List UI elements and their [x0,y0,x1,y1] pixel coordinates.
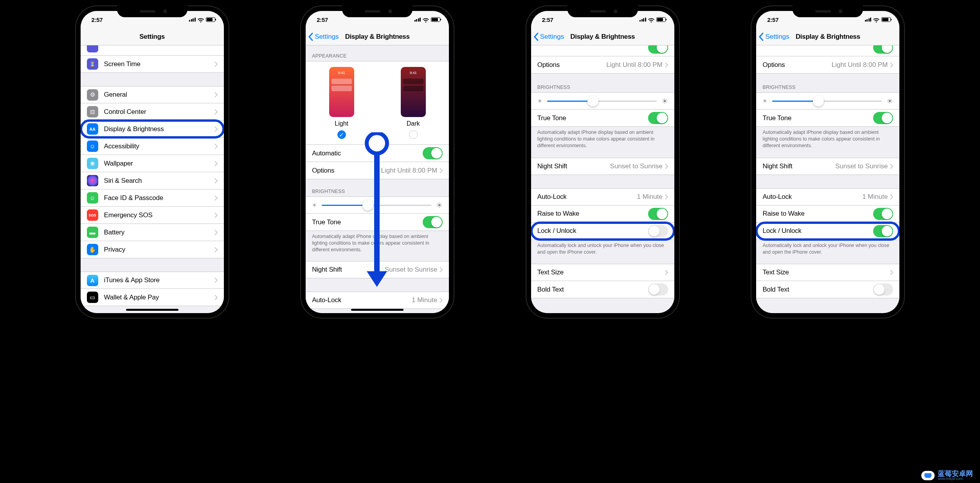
lock-unlock-row[interactable]: Lock / Unlock [531,223,674,240]
settings-row-siri[interactable]: Siri & Search [81,172,224,189]
text-size-row[interactable]: Text Size [531,264,674,281]
chevron-right-icon [214,126,218,132]
automatic-toggle[interactable] [648,45,668,54]
automatic-row-partial[interactable] [756,45,899,56]
auto-lock-row[interactable]: Auto-Lock 1 Minute [756,188,899,205]
raise-to-wake-toggle[interactable] [648,208,668,220]
back-label: Settings [315,33,339,41]
true-tone-toggle[interactable] [873,112,893,124]
settings-row-wallet[interactable]: ▭ Wallet & Apple Pay [81,289,224,306]
options-row[interactable]: Options Light Until 8:00 PM [306,162,449,179]
brightness-slider[interactable] [547,96,657,106]
back-button[interactable]: Settings [758,32,789,41]
phone-display-lock-off: 2:57 Settings Display & Brightness Optio… [526,5,680,319]
sun-large-icon: ☀︎ [886,97,893,106]
settings-row-battery[interactable]: ▬ Battery [81,224,224,241]
true-tone-toggle[interactable] [648,112,668,124]
wifi-icon [873,17,879,22]
bold-text-row[interactable]: Bold Text [531,281,674,298]
auto-lock-row[interactable]: Auto-Lock 1 Minute [531,188,674,205]
true-tone-row[interactable]: True Tone [306,214,449,231]
appearance-light-option[interactable]: 9:41 Light ✓ [329,67,354,139]
row-label: Accessibility [104,142,214,150]
status-icons [865,17,891,22]
settings-row-control-center[interactable]: ⊟ Control Center [81,103,224,121]
lock-unlock-toggle[interactable] [648,225,668,237]
settings-row-itunes[interactable]: A iTunes & App Store [81,272,224,289]
signal-icon [865,18,872,22]
options-row[interactable]: Options Light Until 8:00 PM [756,56,899,74]
display-content-scrolled[interactable]: Options Light Until 8:00 PM BRIGHTNESS ☀… [756,45,899,313]
row-value: 1 Minute [637,193,663,201]
sun-small-icon: ☀︎ [537,98,542,104]
wallet-icon: ▭ [87,292,98,303]
appearance-dark-option[interactable]: 9:41 Dark [401,67,426,139]
status-icons [189,17,215,22]
wifi-icon [198,17,204,22]
signal-icon [640,18,646,22]
hourglass-icon: ⏳ [87,58,98,70]
text-size-row[interactable]: Text Size [756,264,899,281]
automatic-toggle[interactable] [423,147,443,159]
toggles-icon: ⊟ [87,106,98,117]
row-label: Options [762,61,831,69]
automatic-row-partial[interactable] [531,45,674,56]
display-content[interactable]: APPEARANCE 9:41 Light ✓ 9:41 Dark Automa… [306,45,449,313]
bold-text-toggle[interactable] [648,283,668,296]
automatic-toggle[interactable] [873,45,893,54]
settings-row-partial[interactable] [81,45,224,56]
settings-list[interactable]: ⏳ Screen Time ⚙ General ⊟ Control Center… [81,45,224,313]
row-value: Light Until 8:00 PM [381,167,438,175]
automatic-row[interactable]: Automatic [306,145,449,162]
page-title: Display & Brightness [796,33,860,41]
row-label: Emergency SOS [104,211,214,219]
settings-row-face-id[interactable]: ☺ Face ID & Passcode [81,189,224,207]
row-label: General [104,91,214,99]
lock-unlock-toggle[interactable] [873,225,893,237]
options-row[interactable]: Options Light Until 8:00 PM [531,56,674,74]
back-button[interactable]: Settings [533,32,564,41]
true-tone-row[interactable]: True Tone [531,110,674,127]
night-shift-row[interactable]: Night Shift Sunset to Sunrise [306,261,449,278]
status-icons [640,17,666,22]
raise-to-wake-row[interactable]: Raise to Wake [531,205,674,223]
brightness-slider[interactable] [772,96,882,106]
chevron-right-icon [214,178,218,184]
home-indicator[interactable] [126,309,178,311]
row-label: Options [312,167,381,175]
chevron-right-icon [214,92,218,97]
true-tone-toggle[interactable] [423,216,443,228]
back-button[interactable]: Settings [308,32,339,41]
home-indicator[interactable] [351,309,404,311]
chevron-right-icon [440,168,443,173]
lock-unlock-row[interactable]: Lock / Unlock [756,223,899,240]
night-shift-row[interactable]: Night Shift Sunset to Sunrise [531,158,674,175]
display-content-scrolled[interactable]: Options Light Until 8:00 PM BRIGHTNESS ☀… [531,45,674,313]
row-label: Raise to Wake [537,210,648,218]
settings-row-screen-time[interactable]: ⏳ Screen Time [81,56,224,73]
watermark-logo-icon [921,471,935,480]
brightness-slider[interactable] [322,200,431,211]
wifi-icon [423,17,429,22]
settings-row-wallpaper[interactable]: ❀ Wallpaper [81,155,224,172]
chevron-right-icon [214,61,218,67]
row-label: Text Size [762,269,890,276]
night-shift-row[interactable]: Night Shift Sunset to Sunrise [756,158,899,175]
bold-text-row[interactable]: Bold Text [756,281,899,298]
chevron-right-icon [214,295,218,300]
raise-to-wake-toggle[interactable] [873,208,893,220]
auto-lock-row[interactable]: Auto-Lock 1 Minute [306,292,449,309]
settings-row-display-brightness[interactable]: AA Display & Brightness [81,121,224,138]
nav-bar: Settings [81,28,224,45]
settings-row-general[interactable]: ⚙ General [81,86,224,103]
battery-settings-icon: ▬ [87,227,98,238]
status-time: 2:57 [92,16,103,23]
settings-row-emergency-sos[interactable]: SOS Emergency SOS [81,207,224,224]
bold-text-toggle[interactable] [873,283,893,296]
settings-row-privacy[interactable]: ✋ Privacy [81,241,224,258]
raise-to-wake-row[interactable]: Raise to Wake [756,205,899,223]
true-tone-row[interactable]: True Tone [756,110,899,127]
status-time: 2:57 [542,16,553,23]
row-value: Light Until 8:00 PM [832,61,888,69]
settings-row-accessibility[interactable]: ☺ Accessibility [81,138,224,155]
